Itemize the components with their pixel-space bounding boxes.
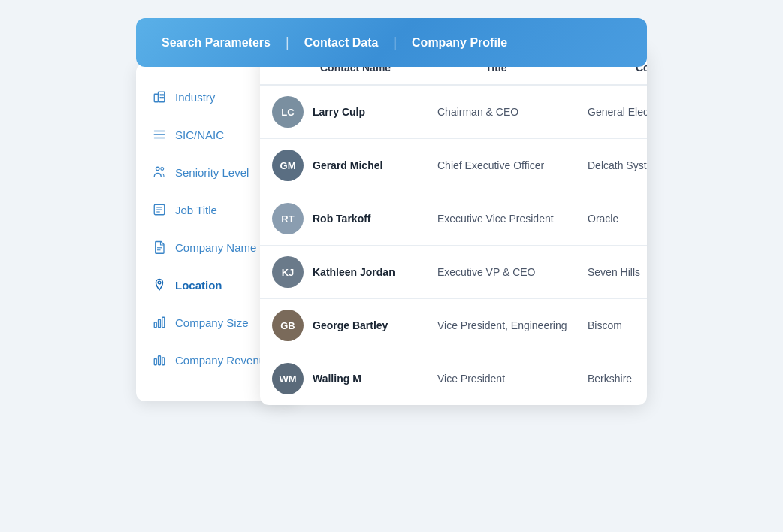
- company-cell: Delcath Systems: [588, 159, 647, 171]
- avatar: LC: [272, 96, 304, 128]
- pin-icon: [151, 277, 168, 293]
- svg-rect-19: [154, 322, 156, 328]
- company-cell: Seven Hills: [588, 266, 647, 278]
- title-cell: Vice President: [437, 373, 588, 385]
- avatar-initials: KJ: [282, 267, 295, 278]
- sidebar-item-location-label: Location: [175, 279, 222, 292]
- title-cell: Vice President, Engineering: [437, 319, 588, 331]
- svg-point-18: [158, 281, 161, 284]
- contact-name: Kathleen Jordan: [313, 266, 395, 278]
- company-cell: Oracle: [588, 213, 647, 225]
- svg-point-10: [156, 167, 160, 171]
- avatar: GM: [272, 150, 304, 181]
- title-cell: Chief Executive Officer: [437, 159, 588, 171]
- results-table-panel: Contact Name Title Company Email Phone L…: [260, 48, 647, 405]
- table-row: GM Gerard Michel Chief Executive Officer…: [260, 139, 647, 192]
- title-cell: Executive Vice President: [437, 213, 588, 225]
- avatar: KJ: [272, 256, 304, 288]
- svg-rect-4: [162, 94, 164, 95]
- table-row: RT Rob Tarkoff Executive Vice President …: [260, 192, 647, 246]
- people-icon: [151, 164, 168, 180]
- tab-bar: Search Parameters | Contact Data | Compa…: [136, 18, 647, 67]
- company-cell: Berkshire: [588, 373, 647, 385]
- sidebar-item-job-title-label: Job Title: [175, 204, 217, 216]
- contact-name: Gerard Michel: [313, 159, 382, 171]
- contact-cell: WM Walling M: [272, 363, 437, 394]
- tab-contact-data[interactable]: Contact Data: [297, 30, 386, 56]
- sidebar-item-company-size-label: Company Size: [175, 316, 249, 329]
- separator-2: |: [393, 35, 397, 50]
- lines-icon: [151, 201, 168, 218]
- svg-rect-20: [159, 319, 161, 328]
- table-row: GB George Bartley Vice President, Engine…: [260, 299, 647, 352]
- contact-name: Larry Culp: [313, 106, 365, 118]
- sidebar-item-seniority-label: Seniority Level: [175, 166, 249, 179]
- avatar-initials: RT: [281, 213, 294, 225]
- list-icon: [151, 126, 168, 143]
- contact-name: Rob Tarkoff: [313, 213, 371, 225]
- avatar-initials: WM: [279, 373, 296, 385]
- contact-cell: GB George Bartley: [272, 310, 437, 341]
- avatar: WM: [272, 363, 304, 394]
- tab-search-params[interactable]: Search Parameters: [154, 30, 278, 56]
- contact-name: George Bartley: [313, 319, 388, 331]
- avatar-initials: GM: [280, 160, 296, 171]
- table-row: LC Larry Culp Chairman & CEO General Ele…: [260, 86, 647, 139]
- svg-rect-24: [162, 358, 165, 365]
- contact-name: Walling M: [313, 373, 361, 385]
- main-container: Search Parameters | Contact Data | Compa…: [136, 18, 647, 514]
- contact-cell: GM Gerard Michel: [272, 150, 437, 181]
- bar-icon: [151, 314, 168, 331]
- svg-rect-21: [162, 317, 165, 328]
- company-cell: General Electric: [588, 106, 647, 118]
- svg-point-11: [161, 168, 164, 171]
- sidebar-item-company-revenue-label: Company Revenue: [175, 354, 271, 367]
- avatar-initials: GB: [280, 320, 295, 331]
- title-cell: Chairman & CEO: [437, 106, 588, 118]
- title-cell: Executive VP & CEO: [437, 266, 588, 278]
- tab-company-profile[interactable]: Company Profile: [404, 30, 515, 56]
- svg-rect-5: [160, 97, 162, 98]
- avatar: GB: [272, 310, 304, 341]
- building-icon: [151, 89, 168, 105]
- svg-rect-3: [160, 94, 162, 95]
- svg-rect-22: [154, 359, 156, 365]
- svg-rect-0: [154, 94, 158, 102]
- avatar-initials: LC: [281, 107, 294, 118]
- doc-icon: [151, 239, 168, 255]
- table-row: WM Walling M Vice President Berkshire ✉ …: [260, 352, 647, 405]
- contact-cell: LC Larry Culp: [272, 96, 437, 128]
- sidebar-item-company-name-label: Company Name: [175, 241, 256, 254]
- contact-cell: RT Rob Tarkoff: [272, 203, 437, 234]
- svg-rect-6: [162, 97, 164, 98]
- sidebar-item-sic-naic-label: SIC/NAIC: [175, 128, 224, 141]
- separator-1: |: [286, 35, 289, 50]
- avatar: RT: [272, 203, 304, 234]
- bar2-icon: [151, 352, 168, 368]
- contact-cell: KJ Kathleen Jordan: [272, 256, 437, 288]
- company-cell: Biscom: [588, 319, 647, 331]
- table-row: KJ Kathleen Jordan Executive VP & CEO Se…: [260, 246, 647, 299]
- svg-rect-23: [159, 356, 161, 365]
- sidebar-item-industry-label: Industry: [175, 91, 215, 104]
